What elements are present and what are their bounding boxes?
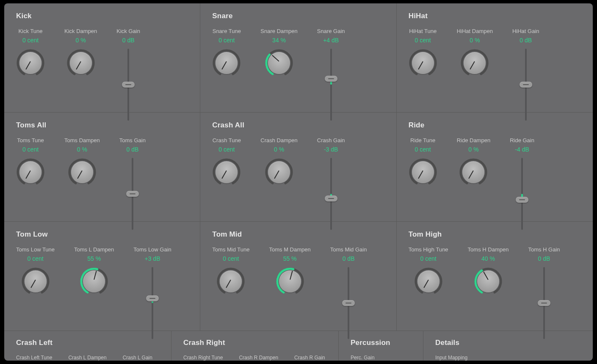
toms-mid-gain-slider[interactable] (340, 267, 357, 339)
hihat-gain-control: HiHat Gain0 dB (512, 28, 539, 121)
toms-l-dampen-value: 55 % (87, 255, 101, 262)
section-title-toms-all: Toms All (16, 121, 188, 130)
hihat-dampen-value: 0 % (470, 37, 480, 44)
snare-dampen-value: 34 % (272, 37, 286, 44)
toms-tune-label: Toms Tune (17, 137, 44, 143)
controls-row: Toms High Tune0 centToms H Dampen40 %Tom… (409, 246, 581, 339)
controls-row: Crash Tune0 centCrash Dampen0 %Crash Gai… (212, 137, 384, 230)
toms-h-gain-label: Toms H Gain (528, 246, 560, 253)
toms-dampen-label: Toms Dampen (64, 137, 100, 143)
controls-row: Toms Tune0 centToms Dampen0 %Toms Gain0 … (16, 137, 188, 230)
section-title-kick: Kick (16, 12, 188, 20)
toms-low-tune-knob[interactable] (21, 267, 50, 296)
crash-r-dampen-control: Crash R Dampen (239, 355, 278, 361)
snare-dampen-control: Snare Dampen34 % (260, 28, 297, 77)
crash-left-tune-label: Crash Left Tune (16, 355, 52, 361)
snare-gain-label: Snare Gain (317, 28, 345, 34)
ride-tune-value: 0 cent (415, 146, 431, 153)
toms-m-dampen-knob[interactable] (276, 267, 304, 296)
section-title-tom-mid: Tom Mid (212, 230, 384, 239)
kick-tune-knob[interactable] (16, 49, 45, 77)
controls-row: Perc. Gain (351, 355, 411, 361)
crash-gain-slider[interactable] (323, 158, 340, 230)
toms-high-tune-knob[interactable] (414, 267, 443, 296)
input-mapping-label: Input Mapping (435, 355, 467, 361)
toms-gain-slider[interactable] (124, 158, 141, 230)
toms-l-dampen-control: Toms L Dampen55 % (74, 246, 114, 296)
crash-r-dampen-label: Crash R Dampen (239, 355, 278, 361)
toms-high-tune-label: Toms High Tune (409, 246, 448, 253)
section-ride: RideRide Tune0 centRide Dampen0 %Ride Ga… (397, 113, 593, 222)
kick-gain-value: 0 dB (122, 37, 135, 44)
crash-tune-knob[interactable] (212, 158, 241, 187)
toms-h-dampen-knob[interactable] (474, 267, 503, 296)
controls-row: Kick Tune0 centKick Dampen0 %Kick Gain0 … (16, 28, 188, 121)
toms-low-gain-label: Toms Low Gain (133, 246, 171, 253)
section-title-crash-all: Crash All (212, 121, 384, 130)
crash-right-tune-label: Crash Right Tune (183, 355, 223, 361)
toms-dampen-control: Toms Dampen0 % (64, 137, 100, 187)
section-title-snare: Snare (212, 12, 384, 20)
ride-dampen-knob[interactable] (459, 158, 488, 187)
crash-gain-label: Crash Gain (317, 137, 345, 143)
perc-gain-label: Perc. Gain (351, 355, 375, 361)
section-title-ride: Ride (409, 121, 581, 130)
snare-tune-knob[interactable] (212, 49, 241, 77)
section-title-hihat: HiHat (409, 12, 581, 20)
section-snare: SnareSnare Tune0 centSnare Dampen34 %Sna… (200, 3, 396, 113)
section-title-tom-high: Tom High (409, 230, 581, 239)
crash-tune-control: Crash Tune0 cent (212, 137, 241, 187)
section-title-tom-low: Tom Low (16, 230, 188, 239)
kick-gain-slider[interactable] (120, 49, 137, 121)
snare-dampen-label: Snare Dampen (260, 28, 297, 34)
crash-r-gain-control: Crash R Gain (294, 355, 325, 361)
controls-row: HiHat Tune0 centHiHat Dampen0 %HiHat Gai… (409, 28, 581, 121)
ride-gain-control: Ride Gain-4 dB (510, 137, 534, 230)
controls-row: Crash Right TuneCrash R DampenCrash R Ga… (183, 355, 326, 361)
mixer-grid: KickKick Tune0 centKick Dampen0 %Kick Ga… (4, 3, 593, 331)
section-details: DetailsInput Mapping (423, 331, 593, 361)
kick-tune-control: Kick Tune0 cent (16, 28, 45, 77)
section-tom-mid: Tom MidToms Mid Tune0 centToms M Dampen5… (200, 222, 396, 331)
section-title-details: Details (435, 339, 581, 347)
ride-dampen-label: Ride Dampen (457, 137, 491, 143)
kick-dampen-knob[interactable] (66, 49, 95, 77)
hihat-gain-slider[interactable] (517, 49, 534, 121)
crash-r-gain-label: Crash R Gain (294, 355, 325, 361)
toms-gain-value: 0 dB (126, 146, 138, 153)
toms-m-dampen-control: Toms M Dampen55 % (269, 246, 310, 296)
toms-h-gain-slider[interactable] (536, 267, 553, 339)
toms-dampen-knob[interactable] (68, 158, 97, 187)
toms-l-dampen-knob[interactable] (80, 267, 108, 296)
toms-gain-label: Toms Gain (119, 137, 146, 143)
snare-dampen-knob[interactable] (265, 49, 293, 77)
toms-low-gain-slider[interactable] (144, 267, 161, 339)
snare-gain-value: +4 dB (323, 37, 339, 44)
snare-gain-control: Snare Gain+4 dB (317, 28, 345, 121)
crash-dampen-knob[interactable] (265, 158, 293, 187)
snare-gain-slider[interactable] (323, 49, 340, 121)
hihat-tune-knob[interactable] (409, 49, 437, 77)
ride-gain-slider[interactable] (514, 158, 531, 230)
ride-gain-label: Ride Gain (510, 137, 534, 143)
kick-tune-value: 0 cent (22, 37, 39, 44)
toms-low-tune-control: Toms Low Tune0 cent (16, 246, 55, 296)
ride-tune-knob[interactable] (409, 158, 437, 187)
controls-row: Crash Left TuneCrash L DampenCrash L Gai… (16, 355, 159, 361)
mixer-panel: KickKick Tune0 centKick Dampen0 %Kick Ga… (4, 3, 593, 361)
snare-tune-control: Snare Tune0 cent (212, 28, 241, 77)
input-mapping-control: Input Mapping (435, 355, 467, 361)
toms-h-gain-control: Toms H Gain0 dB (528, 246, 560, 339)
toms-tune-knob[interactable] (16, 158, 45, 187)
toms-dampen-value: 0 % (77, 146, 87, 153)
toms-h-dampen-value: 40 % (481, 255, 495, 262)
kick-dampen-control: Kick Dampen0 % (64, 28, 97, 77)
toms-mid-tune-knob[interactable] (216, 267, 245, 296)
section-tom-high: Tom HighToms High Tune0 centToms H Dampe… (397, 222, 593, 331)
hihat-dampen-knob[interactable] (460, 49, 489, 77)
toms-m-dampen-label: Toms M Dampen (269, 246, 310, 253)
toms-tune-control: Toms Tune0 cent (16, 137, 45, 187)
toms-mid-tune-label: Toms Mid Tune (212, 246, 249, 253)
section-crash-left: Crash LeftCrash Left TuneCrash L DampenC… (4, 331, 171, 361)
hihat-dampen-control: HiHat Dampen0 % (457, 28, 493, 77)
